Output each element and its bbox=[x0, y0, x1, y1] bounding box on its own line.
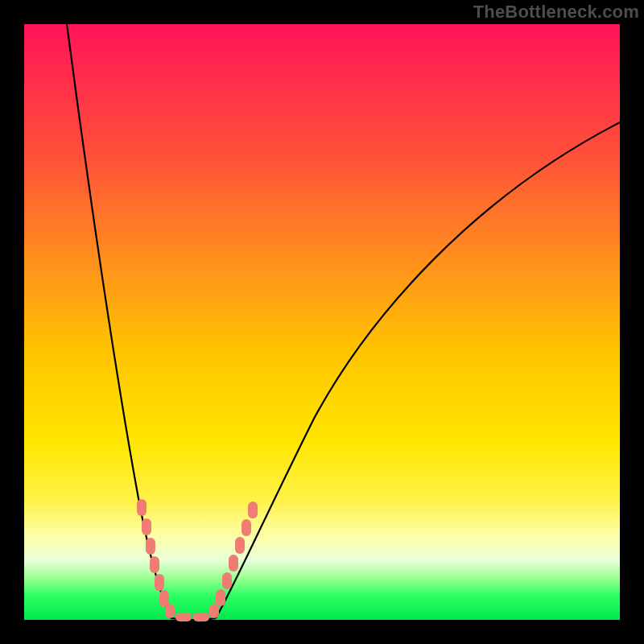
bead-icon bbox=[229, 555, 238, 572]
bead-icon bbox=[146, 538, 155, 555]
bead-icon bbox=[137, 499, 147, 516]
bead-icon bbox=[165, 604, 175, 618]
curve-right-branch bbox=[216, 122, 620, 618]
bottleneck-curve-svg bbox=[24, 24, 620, 620]
bead-icon bbox=[248, 502, 258, 518]
bead-icon bbox=[242, 519, 251, 536]
bead-cluster-right bbox=[209, 502, 258, 618]
bead-icon bbox=[222, 572, 232, 589]
bead-icon bbox=[193, 613, 209, 621]
watermark-text: TheBottleneck.com bbox=[473, 2, 639, 23]
bead-icon bbox=[155, 574, 164, 591]
bead-icon bbox=[150, 556, 159, 573]
curve-left-branch bbox=[67, 24, 171, 618]
bead-icon bbox=[175, 613, 192, 621]
bead-icon bbox=[209, 604, 219, 618]
plot-frame bbox=[24, 24, 620, 620]
bead-icon bbox=[235, 537, 245, 554]
bead-icon bbox=[142, 518, 151, 535]
bead-icon bbox=[216, 589, 225, 606]
